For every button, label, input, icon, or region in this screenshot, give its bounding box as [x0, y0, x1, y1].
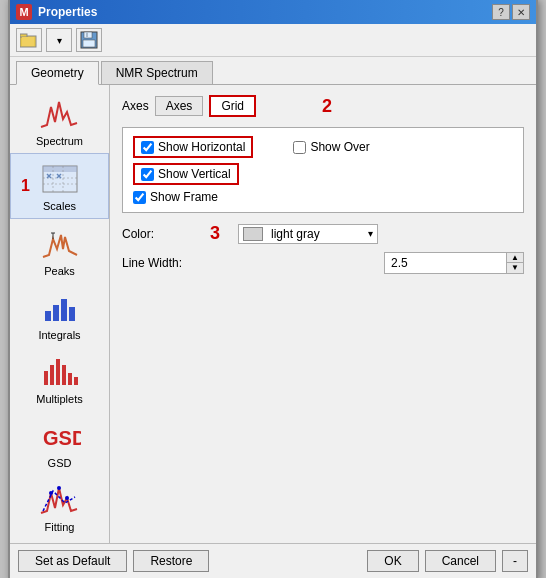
sidebar-item-integrals[interactable]: Integrals — [10, 283, 109, 347]
tab-nmr-spectrum[interactable]: NMR Spectrum — [101, 61, 213, 84]
sidebar-item-multiplets[interactable]: Multiplets — [10, 347, 109, 411]
main-tabs: Geometry NMR Spectrum — [10, 57, 536, 84]
title-bar-buttons: ? ✕ — [492, 4, 530, 20]
show-vertical-group: Show Vertical — [133, 163, 239, 185]
color-row: Color: 3 light gray ▾ — [122, 223, 524, 244]
svg-point-31 — [57, 486, 61, 490]
show-frame-group: Show Frame — [133, 190, 513, 204]
dropdown-arrow-icon: ▾ — [368, 228, 373, 239]
spectrum-icon — [39, 95, 81, 133]
svg-text:GSD: GSD — [43, 427, 81, 449]
show-horizontal-checkbox[interactable] — [141, 141, 154, 154]
window-title: Properties — [38, 5, 97, 19]
sidebar-label-gsd: GSD — [48, 457, 72, 469]
title-bar-left: M Properties — [16, 4, 97, 20]
sidebar-item-peaks[interactable]: Peaks — [10, 219, 109, 283]
svg-rect-23 — [44, 371, 48, 385]
help-button[interactable]: ? — [492, 4, 510, 20]
sidebar-item-scales[interactable]: 1 Scales — [10, 153, 109, 219]
svg-rect-1 — [20, 34, 27, 37]
spinbox-arrows: ▲ ▼ — [506, 253, 523, 273]
svg-rect-28 — [74, 377, 78, 385]
number-label-3: 3 — [210, 223, 220, 244]
sidebar-item-fitting[interactable]: Fitting — [10, 475, 109, 539]
svg-point-32 — [65, 496, 69, 500]
main-content: Spectrum 1 — [10, 84, 536, 543]
svg-rect-22 — [69, 307, 75, 321]
show-over-group: Show Over — [293, 140, 369, 154]
toolbar: ▾ — [10, 24, 536, 57]
content-panel: Axes Axes Grid 2 Show Horizontal — [110, 85, 536, 543]
line-width-label: Line Width: — [122, 256, 202, 270]
sidebar-label-integrals: Integrals — [38, 329, 80, 341]
gsd-icon: GSD — [39, 417, 81, 455]
show-horizontal-label: Show Horizontal — [158, 140, 245, 154]
spin-up-button[interactable]: ▲ — [507, 253, 523, 263]
set-default-button[interactable]: Set as Default — [18, 550, 127, 572]
show-horizontal-group: Show Horizontal — [133, 136, 253, 158]
close-button[interactable]: ✕ — [512, 4, 530, 20]
color-swatch — [243, 227, 263, 241]
color-dropdown[interactable]: light gray ▾ — [238, 224, 378, 244]
svg-rect-26 — [62, 365, 66, 385]
ok-button[interactable]: OK — [367, 550, 418, 572]
sidebar-item-spectrum[interactable]: Spectrum — [10, 89, 109, 153]
fitting-icon — [39, 481, 81, 519]
sidebar-label-peaks: Peaks — [44, 265, 75, 277]
peaks-icon — [39, 225, 81, 263]
sidebar-item-gsd[interactable]: GSD GSD — [10, 411, 109, 475]
color-label: Color: — [122, 227, 202, 241]
save-button[interactable] — [76, 28, 102, 52]
tab-axes[interactable]: Axes — [155, 96, 204, 116]
svg-rect-5 — [83, 40, 95, 47]
svg-rect-2 — [22, 37, 34, 46]
spin-down-button[interactable]: ▼ — [507, 263, 523, 273]
sidebar-number-1: 1 — [21, 177, 30, 195]
number-label-2: 2 — [322, 96, 332, 117]
show-over-checkbox[interactable] — [293, 141, 306, 154]
show-vertical-label: Show Vertical — [158, 167, 231, 181]
svg-rect-21 — [61, 299, 67, 321]
folder-dropdown[interactable]: ▾ — [46, 28, 72, 52]
integrals-icon — [39, 289, 81, 327]
scales-icon — [39, 160, 81, 198]
grid-options-box: Show Horizontal Show Over Show Vertical … — [122, 127, 524, 213]
row-show-horizontal: Show Horizontal Show Over — [133, 136, 513, 158]
line-width-spacer: 2.5 ▲ ▼ — [384, 252, 524, 274]
tab-grid[interactable]: Grid — [209, 95, 256, 117]
multiplets-icon — [39, 353, 81, 391]
sidebar-label-multiplets: Multiplets — [36, 393, 82, 405]
axes-row: Axes Axes Grid 2 — [122, 95, 524, 117]
svg-rect-25 — [56, 359, 60, 385]
folder-button[interactable] — [16, 28, 42, 52]
dash-button[interactable]: - — [502, 550, 528, 572]
svg-rect-27 — [68, 373, 72, 385]
sidebar-label-scales: Scales — [43, 200, 76, 212]
sidebar-label-spectrum: Spectrum — [36, 135, 83, 147]
svg-rect-8 — [43, 166, 77, 172]
cancel-button[interactable]: Cancel — [425, 550, 496, 572]
svg-rect-24 — [50, 365, 54, 385]
restore-button[interactable]: Restore — [133, 550, 209, 572]
show-over-label: Show Over — [310, 140, 369, 154]
show-frame-label: Show Frame — [150, 190, 218, 204]
line-width-spinbox[interactable]: 2.5 ▲ ▼ — [384, 252, 524, 274]
svg-rect-6 — [86, 32, 88, 37]
axes-label: Axes — [122, 99, 149, 113]
properties-window: M Properties ? ✕ ▾ — [8, 0, 538, 578]
bottom-bar: Set as Default Restore OK Cancel - — [10, 543, 536, 578]
app-icon: M — [16, 4, 32, 20]
line-width-value: 2.5 — [385, 254, 506, 272]
show-vertical-checkbox[interactable] — [141, 168, 154, 181]
color-name: light gray — [267, 227, 320, 241]
svg-rect-19 — [45, 311, 51, 321]
svg-rect-20 — [53, 305, 59, 321]
title-bar: M Properties ? ✕ — [10, 0, 536, 24]
sidebar: Spectrum 1 — [10, 85, 110, 543]
tab-geometry[interactable]: Geometry — [16, 61, 99, 85]
line-width-row: Line Width: 2.5 ▲ ▼ — [122, 252, 524, 274]
show-frame-checkbox[interactable] — [133, 191, 146, 204]
sidebar-label-fitting: Fitting — [45, 521, 75, 533]
